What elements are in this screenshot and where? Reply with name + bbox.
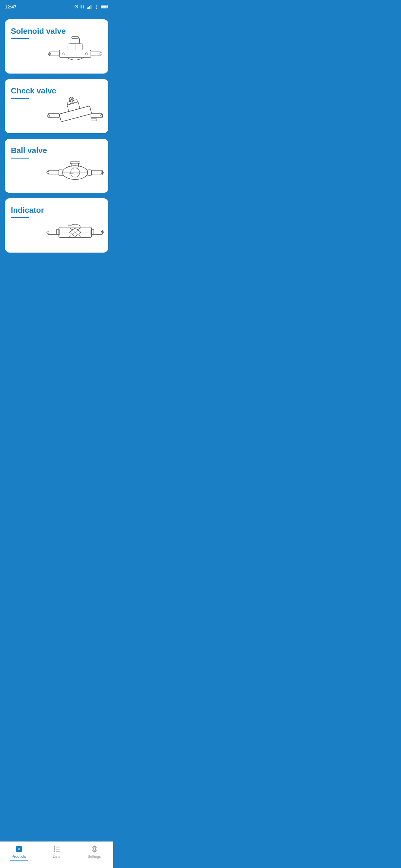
solenoid-valve-image: [45, 33, 105, 69]
svg-rect-5: [88, 7, 89, 9]
status-bar: 12:47: [0, 0, 113, 13]
svg-rect-4: [87, 7, 88, 9]
check-valve-svg: Caleffi: [47, 94, 104, 127]
svg-rect-49: [91, 230, 102, 235]
scroll-container: Solenoid valve: [0, 13, 113, 283]
svg-rect-12: [91, 52, 101, 56]
svg-rect-2: [81, 5, 82, 8]
svg-rect-9: [108, 6, 108, 7]
status-icons: [74, 4, 108, 9]
solenoid-valve-underline: [11, 38, 29, 39]
svg-point-34: [101, 115, 103, 117]
battery-icon: [101, 4, 108, 9]
svg-rect-10: [102, 6, 107, 8]
check-valve-card[interactable]: Check valve: [5, 79, 108, 133]
svg-text:Caleffi: Caleffi: [69, 173, 74, 174]
svg-rect-44: [59, 170, 63, 176]
ball-valve-image: Caleffi: [45, 152, 105, 188]
svg-rect-36: [48, 170, 59, 175]
ball-valve-underline: [11, 158, 29, 158]
wifi-icon: [94, 4, 99, 9]
svg-rect-25: [59, 106, 92, 122]
svg-point-1: [76, 6, 77, 7]
sim-icon: [80, 4, 85, 9]
indicator-card[interactable]: Indicator: [5, 198, 108, 253]
indicator-image: Caleffi: [45, 212, 105, 248]
ball-valve-svg: Caleffi: [47, 154, 104, 187]
svg-rect-6: [89, 6, 90, 9]
svg-rect-7: [90, 5, 91, 9]
svg-rect-45: [87, 170, 91, 176]
solenoid-valve-card[interactable]: Solenoid valve: [5, 19, 108, 73]
indicator-underline: [11, 217, 29, 218]
ball-valve-card[interactable]: Ball valve Caleffi: [5, 138, 108, 193]
svg-point-33: [47, 115, 50, 117]
check-valve-underline: [11, 98, 29, 99]
check-valve-image: Caleffi: [45, 93, 105, 129]
indicator-svg: Caleffi: [47, 213, 104, 247]
notification-icon: [74, 4, 79, 9]
svg-text:Caleffi: Caleffi: [68, 224, 72, 226]
svg-rect-15: [71, 38, 80, 44]
svg-rect-48: [48, 230, 59, 235]
solenoid-valve-svg: [47, 34, 104, 67]
signal-icon: [87, 4, 92, 9]
svg-rect-35: [91, 119, 96, 121]
main-content: Solenoid valve: [0, 13, 113, 253]
status-time: 12:47: [5, 4, 16, 9]
svg-rect-37: [91, 170, 102, 175]
svg-rect-11: [50, 52, 59, 56]
svg-rect-3: [83, 5, 84, 8]
